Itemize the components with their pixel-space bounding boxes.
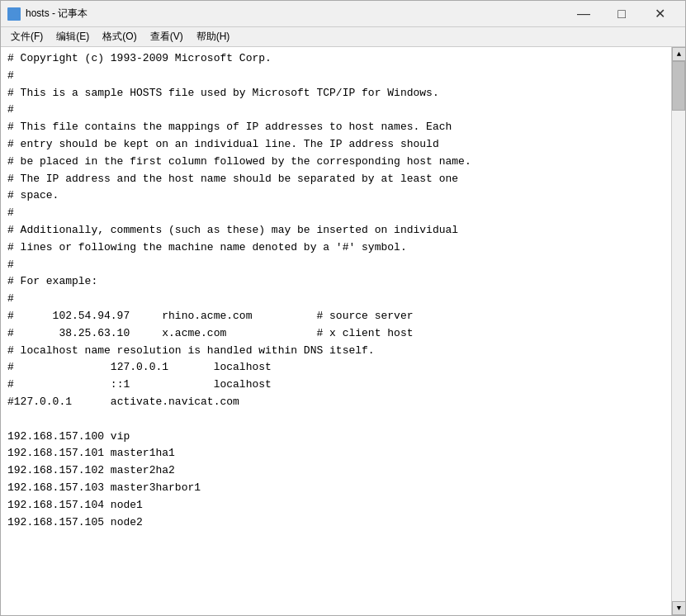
editor-textarea[interactable]: # Copyright (c) 1993-2009 Microsoft Corp… [1, 47, 671, 615]
window-controls: — □ ✕ [565, 1, 679, 27]
vertical-scrollbar[interactable]: ▲ ▼ [671, 47, 685, 615]
scroll-track[interactable] [672, 61, 685, 601]
scroll-down-button[interactable]: ▼ [672, 601, 685, 615]
menu-help[interactable]: 帮助(H) [190, 28, 237, 45]
menu-file[interactable]: 文件(F) [4, 28, 50, 45]
title-bar: hosts - 记事本 — □ ✕ [1, 1, 685, 27]
maximize-button[interactable]: □ [603, 1, 641, 27]
minimize-button[interactable]: — [565, 1, 603, 27]
scroll-thumb[interactable] [672, 61, 685, 111]
close-button[interactable]: ✕ [641, 1, 679, 27]
menu-bar: 文件(F) 编辑(E) 格式(O) 查看(V) 帮助(H) [1, 27, 685, 47]
notepad-icon [7, 7, 21, 21]
window-title: hosts - 记事本 [26, 7, 565, 21]
scroll-up-button[interactable]: ▲ [672, 47, 685, 61]
menu-format[interactable]: 格式(O) [96, 28, 143, 45]
menu-edit[interactable]: 编辑(E) [50, 28, 96, 45]
notepad-window: hosts - 记事本 — □ ✕ 文件(F) 编辑(E) 格式(O) 查看(V… [0, 0, 686, 616]
editor-container: # Copyright (c) 1993-2009 Microsoft Corp… [1, 47, 685, 615]
menu-view[interactable]: 查看(V) [144, 28, 190, 45]
